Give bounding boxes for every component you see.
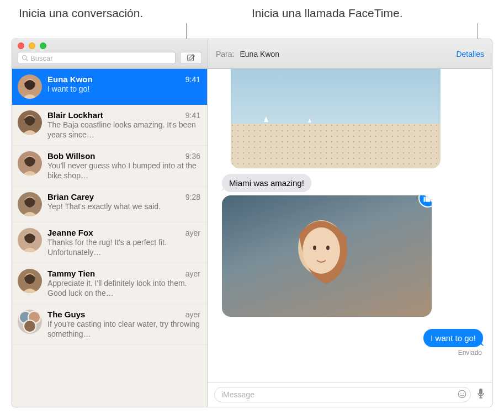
avatar (18, 192, 42, 216)
details-button[interactable]: Detalles (456, 50, 484, 59)
conversation-time: 9:28 (185, 193, 200, 201)
zoom-window-button[interactable] (40, 42, 46, 49)
microphone-button[interactable] (476, 388, 485, 401)
conversation-preview: The Baja coastline looks amazing. It's b… (47, 120, 200, 140)
message-text: I want to go! (431, 333, 476, 343)
conversation-name: Blair Lockhart (47, 110, 103, 120)
svg-point-12 (303, 227, 340, 274)
emoji-button[interactable] (457, 389, 467, 401)
conversation-name: Bob Willson (47, 151, 96, 161)
conversation-item[interactable]: Bob Willson 9:36 You'll never guess who … (12, 146, 207, 187)
sidebar-header: Buscar (12, 39, 208, 69)
annotation-compose: Inicia una conversación. (19, 7, 143, 20)
conversation-item[interactable]: Jeanne Fox ayer Thanks for the rug! It's… (12, 222, 207, 263)
conversation-preview: You'll never guess who I bumped into at … (47, 161, 200, 180)
avatar (18, 110, 42, 135)
window-controls (12, 39, 208, 50)
conversation-time: ayer (185, 228, 200, 237)
conversation-pane: Miami was amazing! (208, 69, 492, 407)
conversation-time: 9:41 (185, 111, 200, 120)
avatar (18, 151, 42, 176)
conversation-item[interactable]: The Guys ayer If you're casting into cle… (12, 304, 207, 345)
conversation-preview: Thanks for the rug! It's a perfect fit. … (47, 238, 200, 257)
annotation-facetime: Inicia una llamada FaceTime. (252, 7, 403, 20)
message-image-received[interactable] (222, 195, 432, 317)
conversation-item[interactable]: Brian Carey 9:28 Yep! That's exactly wha… (12, 187, 207, 222)
conversation-time: ayer (185, 310, 200, 319)
conversation-item[interactable]: Tammy Tien ayer Appreciate it. I'll defi… (12, 263, 207, 304)
conversation-name: Tammy Tien (47, 269, 95, 278)
message-status: Enviado (458, 349, 482, 357)
svg-marker-10 (308, 119, 311, 123)
conversation-header: Para: Euna Kwon Detalles (208, 39, 492, 69)
message-text: Miami was amazing! (229, 178, 304, 188)
svg-point-14 (326, 246, 330, 250)
svg-point-0 (23, 56, 27, 60)
conversation-item[interactable]: Blair Lockhart 9:41 The Baja coastline l… (12, 105, 207, 146)
conversation-name: Euna Kwon (47, 75, 93, 84)
svg-line-1 (26, 59, 28, 61)
conversation-preview: I want to go! (47, 84, 200, 94)
conversation-preview: Appreciate it. I'll definitely look into… (47, 279, 200, 298)
conversation-list[interactable]: Euna Kwon 9:41 I want to go! Blair Lockh… (12, 69, 208, 407)
compose-icon (186, 53, 196, 63)
svg-marker-9 (264, 116, 268, 122)
conversation-name: Jeanne Fox (47, 228, 93, 237)
conversation-name: The Guys (47, 310, 85, 319)
conversation-time: ayer (185, 269, 200, 278)
compose-button[interactable] (180, 52, 202, 64)
conversation-preview: Yep! That's exactly what we said. (47, 202, 200, 212)
message-list: Miami was amazing! (208, 69, 492, 382)
search-input[interactable]: Buscar (18, 52, 176, 64)
conversation-time: 9:41 (185, 75, 200, 84)
avatar-group (18, 310, 42, 334)
conversation-item[interactable]: Euna Kwon 9:41 I want to go! (12, 69, 207, 105)
to-name: Euna Kwon (240, 50, 279, 59)
message-input[interactable]: iMessage (214, 387, 471, 402)
search-placeholder: Buscar (30, 54, 52, 62)
svg-point-13 (313, 246, 316, 250)
message-input-row: iMessage (208, 382, 492, 407)
message-image-received[interactable] (231, 69, 441, 168)
to-label: Para: (216, 50, 234, 59)
conversation-preview: If you're casting into clear water, try … (47, 320, 200, 339)
avatar (18, 269, 42, 293)
message-bubble-received[interactable]: Miami was amazing! (222, 174, 311, 192)
message-input-placeholder: iMessage (221, 390, 254, 399)
microphone-icon (476, 388, 485, 399)
avatar (18, 75, 42, 99)
conversation-time: 9:36 (185, 152, 200, 161)
avatar (18, 228, 42, 252)
messages-window: Buscar Para: Euna Kwon Detalles Euna Kwo… (12, 39, 492, 407)
conversation-name: Brian Carey (47, 192, 94, 201)
minimize-window-button[interactable] (29, 42, 35, 49)
message-bubble-sent[interactable]: I want to go! (423, 329, 483, 347)
close-window-button[interactable] (18, 42, 24, 49)
smiley-icon (457, 389, 467, 399)
svg-point-16 (460, 392, 461, 394)
svg-rect-18 (479, 389, 482, 395)
search-icon (22, 55, 28, 61)
svg-point-15 (458, 390, 466, 398)
svg-point-17 (463, 392, 464, 394)
